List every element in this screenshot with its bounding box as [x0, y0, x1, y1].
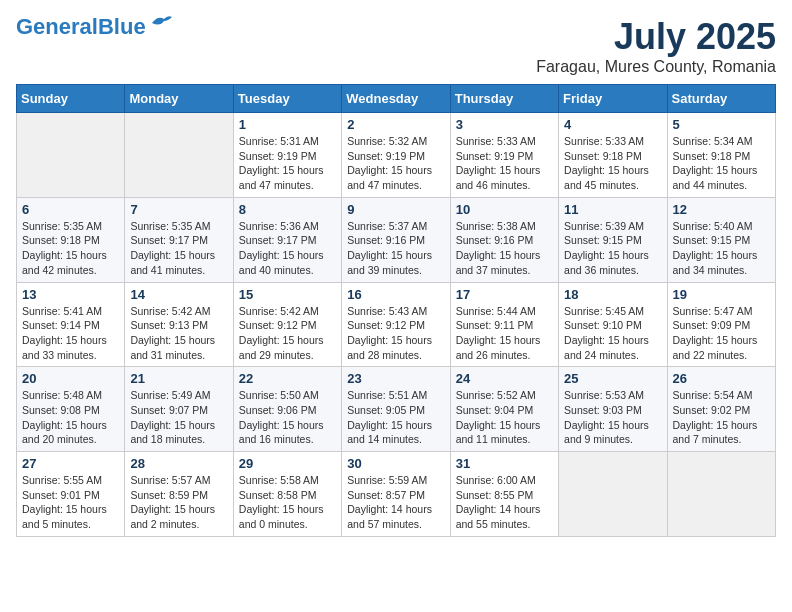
calendar-week-row: 13Sunrise: 5:41 AMSunset: 9:14 PMDayligh…	[17, 282, 776, 367]
day-number: 5	[673, 117, 770, 132]
weekday-header: Saturday	[667, 85, 775, 113]
day-number: 13	[22, 287, 119, 302]
calendar-week-row: 27Sunrise: 5:55 AMSunset: 9:01 PMDayligh…	[17, 452, 776, 537]
day-info: Sunrise: 5:33 AMSunset: 9:19 PMDaylight:…	[456, 134, 553, 193]
day-number: 3	[456, 117, 553, 132]
calendar-cell: 27Sunrise: 5:55 AMSunset: 9:01 PMDayligh…	[17, 452, 125, 537]
day-number: 21	[130, 371, 227, 386]
day-number: 20	[22, 371, 119, 386]
day-number: 18	[564, 287, 661, 302]
day-info: Sunrise: 5:42 AMSunset: 9:13 PMDaylight:…	[130, 304, 227, 363]
calendar-table: SundayMondayTuesdayWednesdayThursdayFrid…	[16, 84, 776, 537]
weekday-header: Wednesday	[342, 85, 450, 113]
day-info: Sunrise: 6:00 AMSunset: 8:55 PMDaylight:…	[456, 473, 553, 532]
calendar-cell: 19Sunrise: 5:47 AMSunset: 9:09 PMDayligh…	[667, 282, 775, 367]
calendar-cell: 24Sunrise: 5:52 AMSunset: 9:04 PMDayligh…	[450, 367, 558, 452]
day-info: Sunrise: 5:49 AMSunset: 9:07 PMDaylight:…	[130, 388, 227, 447]
calendar-week-row: 20Sunrise: 5:48 AMSunset: 9:08 PMDayligh…	[17, 367, 776, 452]
weekday-header: Friday	[559, 85, 667, 113]
weekday-header: Sunday	[17, 85, 125, 113]
day-number: 17	[456, 287, 553, 302]
day-number: 28	[130, 456, 227, 471]
calendar-cell: 28Sunrise: 5:57 AMSunset: 8:59 PMDayligh…	[125, 452, 233, 537]
calendar-cell: 29Sunrise: 5:58 AMSunset: 8:58 PMDayligh…	[233, 452, 341, 537]
calendar-cell: 6Sunrise: 5:35 AMSunset: 9:18 PMDaylight…	[17, 197, 125, 282]
calendar-cell: 4Sunrise: 5:33 AMSunset: 9:18 PMDaylight…	[559, 113, 667, 198]
weekday-header: Thursday	[450, 85, 558, 113]
calendar-cell: 22Sunrise: 5:50 AMSunset: 9:06 PMDayligh…	[233, 367, 341, 452]
calendar-cell: 10Sunrise: 5:38 AMSunset: 9:16 PMDayligh…	[450, 197, 558, 282]
calendar-cell	[667, 452, 775, 537]
day-number: 14	[130, 287, 227, 302]
day-number: 19	[673, 287, 770, 302]
day-number: 24	[456, 371, 553, 386]
calendar-cell: 13Sunrise: 5:41 AMSunset: 9:14 PMDayligh…	[17, 282, 125, 367]
calendar-cell: 11Sunrise: 5:39 AMSunset: 9:15 PMDayligh…	[559, 197, 667, 282]
day-number: 31	[456, 456, 553, 471]
day-info: Sunrise: 5:38 AMSunset: 9:16 PMDaylight:…	[456, 219, 553, 278]
calendar-cell: 9Sunrise: 5:37 AMSunset: 9:16 PMDaylight…	[342, 197, 450, 282]
day-number: 10	[456, 202, 553, 217]
calendar-week-row: 1Sunrise: 5:31 AMSunset: 9:19 PMDaylight…	[17, 113, 776, 198]
weekday-header: Monday	[125, 85, 233, 113]
day-info: Sunrise: 5:55 AMSunset: 9:01 PMDaylight:…	[22, 473, 119, 532]
calendar-cell	[125, 113, 233, 198]
day-info: Sunrise: 5:53 AMSunset: 9:03 PMDaylight:…	[564, 388, 661, 447]
calendar-cell: 18Sunrise: 5:45 AMSunset: 9:10 PMDayligh…	[559, 282, 667, 367]
day-info: Sunrise: 5:44 AMSunset: 9:11 PMDaylight:…	[456, 304, 553, 363]
day-number: 4	[564, 117, 661, 132]
weekday-header-row: SundayMondayTuesdayWednesdayThursdayFrid…	[17, 85, 776, 113]
calendar-cell: 20Sunrise: 5:48 AMSunset: 9:08 PMDayligh…	[17, 367, 125, 452]
month-title: July 2025	[536, 16, 776, 58]
location-title: Faragau, Mures County, Romania	[536, 58, 776, 76]
day-info: Sunrise: 5:35 AMSunset: 9:18 PMDaylight:…	[22, 219, 119, 278]
calendar-cell: 3Sunrise: 5:33 AMSunset: 9:19 PMDaylight…	[450, 113, 558, 198]
day-info: Sunrise: 5:40 AMSunset: 9:15 PMDaylight:…	[673, 219, 770, 278]
day-number: 25	[564, 371, 661, 386]
calendar-cell: 21Sunrise: 5:49 AMSunset: 9:07 PMDayligh…	[125, 367, 233, 452]
day-info: Sunrise: 5:34 AMSunset: 9:18 PMDaylight:…	[673, 134, 770, 193]
day-info: Sunrise: 5:31 AMSunset: 9:19 PMDaylight:…	[239, 134, 336, 193]
calendar-cell: 17Sunrise: 5:44 AMSunset: 9:11 PMDayligh…	[450, 282, 558, 367]
day-info: Sunrise: 5:50 AMSunset: 9:06 PMDaylight:…	[239, 388, 336, 447]
calendar-week-row: 6Sunrise: 5:35 AMSunset: 9:18 PMDaylight…	[17, 197, 776, 282]
day-info: Sunrise: 5:33 AMSunset: 9:18 PMDaylight:…	[564, 134, 661, 193]
calendar-cell: 30Sunrise: 5:59 AMSunset: 8:57 PMDayligh…	[342, 452, 450, 537]
day-info: Sunrise: 5:58 AMSunset: 8:58 PMDaylight:…	[239, 473, 336, 532]
calendar-cell: 23Sunrise: 5:51 AMSunset: 9:05 PMDayligh…	[342, 367, 450, 452]
day-number: 26	[673, 371, 770, 386]
day-info: Sunrise: 5:57 AMSunset: 8:59 PMDaylight:…	[130, 473, 227, 532]
day-info: Sunrise: 5:51 AMSunset: 9:05 PMDaylight:…	[347, 388, 444, 447]
day-number: 15	[239, 287, 336, 302]
day-info: Sunrise: 5:39 AMSunset: 9:15 PMDaylight:…	[564, 219, 661, 278]
calendar-cell: 26Sunrise: 5:54 AMSunset: 9:02 PMDayligh…	[667, 367, 775, 452]
day-number: 9	[347, 202, 444, 217]
day-number: 6	[22, 202, 119, 217]
day-info: Sunrise: 5:48 AMSunset: 9:08 PMDaylight:…	[22, 388, 119, 447]
calendar-cell: 1Sunrise: 5:31 AMSunset: 9:19 PMDaylight…	[233, 113, 341, 198]
day-number: 2	[347, 117, 444, 132]
logo: GeneralBlue	[16, 16, 172, 38]
day-number: 11	[564, 202, 661, 217]
calendar-cell: 2Sunrise: 5:32 AMSunset: 9:19 PMDaylight…	[342, 113, 450, 198]
day-info: Sunrise: 5:42 AMSunset: 9:12 PMDaylight:…	[239, 304, 336, 363]
day-info: Sunrise: 5:32 AMSunset: 9:19 PMDaylight:…	[347, 134, 444, 193]
day-number: 12	[673, 202, 770, 217]
day-info: Sunrise: 5:54 AMSunset: 9:02 PMDaylight:…	[673, 388, 770, 447]
calendar-cell: 25Sunrise: 5:53 AMSunset: 9:03 PMDayligh…	[559, 367, 667, 452]
calendar-cell: 5Sunrise: 5:34 AMSunset: 9:18 PMDaylight…	[667, 113, 775, 198]
logo-text: GeneralBlue	[16, 16, 146, 38]
logo-bird-icon	[150, 13, 172, 31]
title-area: July 2025 Faragau, Mures County, Romania	[536, 16, 776, 76]
day-number: 8	[239, 202, 336, 217]
day-info: Sunrise: 5:37 AMSunset: 9:16 PMDaylight:…	[347, 219, 444, 278]
calendar-cell: 15Sunrise: 5:42 AMSunset: 9:12 PMDayligh…	[233, 282, 341, 367]
calendar-cell: 14Sunrise: 5:42 AMSunset: 9:13 PMDayligh…	[125, 282, 233, 367]
calendar-cell: 12Sunrise: 5:40 AMSunset: 9:15 PMDayligh…	[667, 197, 775, 282]
day-number: 30	[347, 456, 444, 471]
calendar-cell: 7Sunrise: 5:35 AMSunset: 9:17 PMDaylight…	[125, 197, 233, 282]
day-info: Sunrise: 5:47 AMSunset: 9:09 PMDaylight:…	[673, 304, 770, 363]
weekday-header: Tuesday	[233, 85, 341, 113]
day-info: Sunrise: 5:52 AMSunset: 9:04 PMDaylight:…	[456, 388, 553, 447]
day-number: 1	[239, 117, 336, 132]
